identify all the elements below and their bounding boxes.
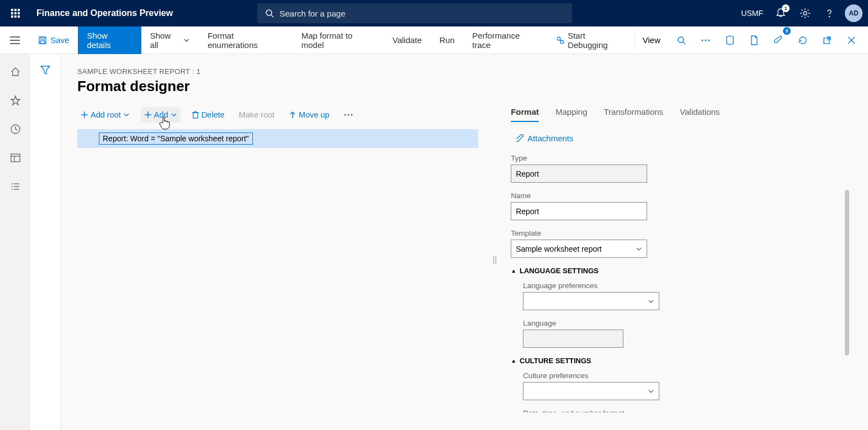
svg-marker-34 (41, 66, 50, 74)
performance-trace-button[interactable]: Performance trace (463, 26, 547, 54)
chevron-down-icon (123, 112, 130, 118)
app-title: Finance and Operations Preview (36, 8, 173, 18)
map-format-button[interactable]: Map format to model (293, 26, 384, 54)
svg-point-45 (351, 114, 352, 116)
chevron-down-icon (648, 388, 654, 395)
lang-pref-label: Language preferences (523, 282, 836, 290)
recent-icon[interactable] (9, 123, 22, 136)
help-icon[interactable] (819, 3, 839, 23)
modules-icon[interactable] (9, 180, 22, 193)
company-label[interactable]: USMF (741, 9, 763, 18)
svg-rect-39 (193, 113, 198, 118)
save-button[interactable]: Save (29, 26, 78, 54)
collapse-icon: ▲ (511, 358, 516, 364)
refresh-icon[interactable] (792, 29, 814, 51)
office-icon[interactable] (719, 29, 741, 51)
user-avatar[interactable]: AD (844, 3, 864, 23)
add-root-button[interactable]: Add root (77, 107, 133, 123)
tree-node[interactable]: Report: Word = "Sample worksheet report" (77, 129, 478, 148)
svg-point-2 (803, 12, 807, 15)
notifications-icon[interactable]: 1 (771, 3, 791, 23)
template-select[interactable]: Sample worksheet report (511, 240, 647, 258)
filter-column (30, 54, 61, 430)
search-input[interactable]: Search for a page (257, 3, 572, 23)
nav-toggle-icon[interactable] (0, 36, 29, 44)
make-root-button: Make root (236, 107, 278, 123)
attachments-icon[interactable]: 0 (768, 29, 790, 51)
svg-line-20 (827, 37, 830, 40)
more-icon[interactable] (695, 29, 717, 51)
lang-pref-select[interactable] (523, 292, 659, 310)
template-label: Template (511, 229, 836, 237)
svg-point-13 (678, 37, 684, 43)
scrollbar[interactable] (845, 190, 849, 355)
collapse-icon: ▲ (511, 268, 516, 274)
datefmt-label: Date, time, and number format (523, 409, 836, 412)
left-nav-rail (0, 54, 30, 430)
chevron-down-icon (171, 112, 177, 118)
svg-point-44 (347, 114, 349, 116)
svg-point-17 (708, 39, 710, 41)
tree-more-icon[interactable] (341, 110, 356, 119)
workspaces-icon[interactable] (9, 151, 22, 164)
show-details-button[interactable]: Show details (78, 26, 141, 54)
settings-icon[interactable] (795, 3, 815, 23)
chevron-down-icon (636, 246, 642, 252)
tab-mapping[interactable]: Mapping (555, 107, 588, 122)
add-button[interactable]: Add (141, 107, 181, 123)
name-field[interactable] (511, 202, 647, 220)
document-icon[interactable] (743, 29, 765, 51)
svg-point-15 (702, 39, 703, 41)
language-settings-header[interactable]: ▲ LANGUAGE SETTINGS (511, 267, 836, 275)
language-field (523, 330, 623, 348)
attachments-badge: 0 (783, 27, 791, 35)
page-title: Format designer (77, 78, 851, 95)
start-debugging-button[interactable]: Start Debugging (547, 26, 634, 54)
validate-button[interactable]: Validate (384, 26, 431, 54)
svg-point-16 (705, 39, 707, 41)
svg-rect-8 (41, 37, 44, 39)
popout-icon[interactable] (816, 29, 838, 51)
view-button[interactable]: View (634, 32, 668, 49)
svg-line-1 (271, 15, 273, 17)
breadcrumb: SAMPLE WORKSHEET REPORT : 1 (77, 67, 851, 76)
svg-rect-9 (40, 41, 45, 44)
details-tabs: Format Mapping Transformations Validatio… (511, 107, 836, 123)
run-button[interactable]: Run (431, 26, 464, 54)
main-content: SAMPLE WORKSHEET REPORT : 1 Format desig… (61, 54, 868, 430)
language-label: Language (523, 319, 836, 327)
details-pane: Format Mapping Transformations Validatio… (511, 107, 851, 412)
culture-settings-header[interactable]: ▲ CULTURE SETTINGS (511, 357, 836, 365)
svg-point-43 (344, 114, 346, 116)
search-placeholder: Search for a page (279, 9, 345, 18)
chevron-down-icon (648, 298, 654, 305)
culture-pref-select[interactable] (523, 382, 659, 400)
tab-transformations[interactable]: Transformations (604, 107, 664, 122)
tree-node-label: Report: Word = "Sample worksheet report" (99, 132, 253, 145)
show-all-button[interactable]: Show all (141, 26, 199, 54)
svg-line-14 (683, 42, 685, 44)
svg-point-3 (829, 16, 829, 17)
move-up-button[interactable]: Move up (285, 107, 333, 123)
close-icon[interactable] (840, 29, 862, 51)
name-label: Name (511, 192, 836, 200)
attachments-link[interactable]: Attachments (516, 134, 836, 143)
app-launcher-icon[interactable] (4, 2, 27, 24)
culture-pref-label: Culture preferences (523, 371, 836, 380)
search-icon[interactable] (670, 29, 692, 51)
top-header: Finance and Operations Preview Search fo… (0, 0, 868, 26)
tree-pane: Add root Add Delete Make root Mov (77, 107, 478, 412)
home-icon[interactable] (9, 65, 22, 78)
svg-rect-25 (11, 154, 20, 162)
favorites-icon[interactable] (9, 94, 22, 107)
tab-validations[interactable]: Validations (680, 107, 719, 122)
filter-icon[interactable] (40, 65, 50, 430)
svg-marker-23 (11, 96, 20, 105)
format-enumerations-button[interactable]: Format enumerations (199, 26, 293, 54)
splitter-handle[interactable] (491, 107, 497, 412)
chevron-down-icon (183, 37, 190, 44)
svg-line-12 (559, 40, 560, 41)
tab-format[interactable]: Format (511, 107, 539, 122)
search-icon (265, 9, 274, 18)
delete-button[interactable]: Delete (188, 107, 228, 123)
